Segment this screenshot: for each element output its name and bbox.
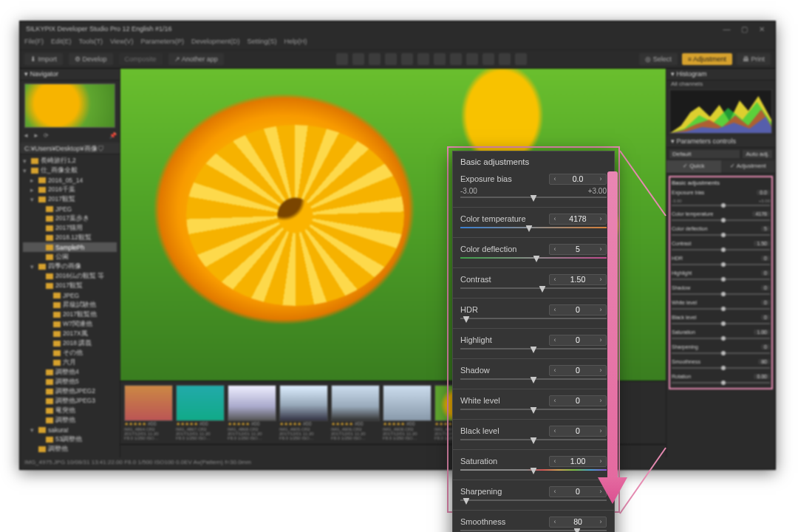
tree-item[interactable]: 2017観覧他 [23, 310, 117, 319]
tool-icon[interactable] [352, 53, 364, 65]
decrement-icon[interactable]: ‹ [550, 336, 560, 344]
param-slider[interactable] [460, 499, 607, 504]
mini-value[interactable]: 0 [761, 285, 770, 290]
tree-item[interactable]: 調整他 [23, 444, 117, 454]
tool-icon[interactable] [450, 53, 462, 65]
increment-icon[interactable]: › [596, 175, 606, 183]
value-stepper[interactable]: ‹ 5 › [549, 244, 607, 255]
menu-item[interactable]: Help(H) [284, 38, 307, 45]
value-stepper[interactable]: ‹ 0.0 › [549, 174, 607, 185]
mini-slider[interactable] [672, 234, 770, 236]
tree-item[interactable]: ▾仕_画像全般 [23, 166, 117, 175]
thumbnail[interactable]: ★★★★★ #00 IMG_4906.CR2 2017/12/01 11:20 … [331, 385, 380, 440]
folder-tree[interactable]: ▾長崎旅行1,2▾仕_画像全般▸2016_05_14▸2016千葉▾2017観覧… [20, 154, 120, 457]
param-slider[interactable] [460, 378, 607, 383]
tree-item[interactable]: ▸2016_05_14 [23, 175, 117, 185]
param-slider[interactable] [460, 409, 607, 413]
tree-item[interactable]: 2017X風 [23, 329, 117, 338]
param-value[interactable]: 4178 [560, 214, 596, 223]
another-app-button[interactable]: Another app [168, 53, 224, 65]
increment-icon[interactable]: › [596, 457, 606, 465]
param-slider[interactable] [460, 469, 607, 474]
tree-item[interactable]: SamplePh [23, 242, 117, 252]
param-value[interactable]: 1.50 [560, 275, 596, 284]
tree-item[interactable]: 昇級試験他 [23, 300, 117, 310]
tool-icon[interactable] [482, 53, 494, 65]
mini-value[interactable]: 4178 [752, 211, 770, 216]
mini-value[interactable]: 80 [758, 359, 770, 364]
param-value[interactable]: 0 [560, 305, 596, 314]
import-button[interactable]: Import [24, 53, 63, 65]
mini-value[interactable]: 0 [761, 300, 770, 305]
param-slider[interactable] [460, 227, 607, 231]
window-buttons[interactable]: — ▢ ✕ [723, 25, 769, 33]
tree-item[interactable]: 調整他5 [23, 377, 117, 386]
adjustment-mode-button[interactable]: ≡ Adjustment [682, 53, 732, 65]
mini-slider[interactable] [672, 382, 770, 383]
mini-value[interactable]: 1.00 [754, 330, 770, 335]
composite-button[interactable]: Composite [119, 53, 163, 65]
value-stepper[interactable]: ‹ 0 › [549, 304, 607, 316]
decrement-icon[interactable]: ‹ [550, 397, 560, 404]
value-stepper[interactable]: ‹ 0 › [549, 395, 607, 406]
thumbnail[interactable]: ★★★★★ #00 IMG_4905.CR2 2017/12/01 11:20 … [279, 385, 328, 440]
tree-item[interactable]: 53調整他 [23, 434, 117, 444]
tool-icon[interactable] [385, 53, 397, 65]
tool-icon[interactable] [401, 53, 413, 65]
tree-item[interactable]: 2017葉歩き [23, 214, 117, 223]
param-slider[interactable] [460, 348, 607, 352]
value-stepper[interactable]: ‹ 0 › [549, 365, 607, 376]
increment-icon[interactable]: › [596, 276, 606, 283]
thumbnail[interactable]: ★★★★★ #00 IMG_4868.CR2 2017/12/01 11:20 … [228, 385, 276, 440]
value-stepper[interactable]: ‹ 0 › [549, 486, 607, 497]
increment-icon[interactable]: › [596, 366, 606, 374]
tree-item[interactable]: JPEG [23, 290, 117, 300]
increment-icon[interactable]: › [596, 306, 606, 313]
param-value[interactable]: 0 [560, 426, 596, 435]
mini-value[interactable]: 0 [761, 344, 770, 349]
auto-adj-button[interactable]: Auto adj. [743, 150, 772, 158]
tree-item[interactable]: 2017観覧 [23, 281, 117, 290]
refresh-icon[interactable]: ⟳ [44, 132, 49, 141]
increment-icon[interactable]: › [596, 427, 606, 434]
mini-value[interactable]: 0.0 [757, 190, 770, 195]
tree-item[interactable]: 調整他 [23, 415, 117, 425]
tree-item[interactable]: 竜突他 [23, 406, 117, 415]
mini-slider[interactable] [672, 293, 770, 295]
tree-item[interactable]: JPEG [23, 204, 117, 214]
param-value[interactable]: 0 [560, 335, 596, 344]
navigator-thumbnail[interactable] [24, 83, 115, 128]
param-slider[interactable] [460, 287, 607, 292]
increment-icon[interactable]: › [596, 518, 606, 525]
develop-button[interactable]: Develop [69, 53, 113, 65]
increment-icon[interactable]: › [596, 245, 606, 253]
param-value[interactable]: 1.00 [560, 457, 596, 466]
mini-value[interactable]: 5 [761, 226, 770, 231]
mini-slider[interactable] [672, 279, 770, 280]
menu-item[interactable]: View(V) [110, 38, 133, 45]
tree-item[interactable]: ▾四季の画像 [23, 262, 117, 271]
menu-item[interactable]: Parameters(P) [140, 38, 184, 45]
tree-item[interactable]: 調整他JPEG2 [23, 386, 117, 396]
tool-icon[interactable] [466, 53, 478, 65]
thumbnail[interactable]: ★★★★★ #00 IMG_4867.CR2 2017/12/01 11:20 … [176, 385, 225, 440]
value-stepper[interactable]: ‹ 0 › [549, 426, 607, 437]
menu-item[interactable]: Edit(E) [51, 38, 72, 45]
mini-slider[interactable] [672, 338, 770, 339]
mini-slider[interactable] [672, 323, 770, 324]
mini-slider[interactable] [672, 352, 770, 354]
menu-item[interactable]: Development(D) [191, 38, 240, 45]
mini-slider[interactable] [672, 308, 770, 310]
param-value[interactable]: 5 [560, 245, 596, 253]
tree-item[interactable]: 六月 [23, 358, 117, 367]
forward-icon[interactable]: ► [33, 132, 39, 141]
menu-bar[interactable]: File(F)Edit(E)Tools(T)View(V)Parameters(… [20, 36, 775, 50]
increment-icon[interactable]: › [596, 397, 606, 404]
mini-slider[interactable] [672, 249, 770, 250]
mini-value[interactable]: 0 [761, 256, 770, 261]
param-value[interactable]: 80 [560, 517, 596, 526]
tree-item[interactable]: ▾2017観覧 [23, 194, 117, 204]
decrement-icon[interactable]: ‹ [550, 306, 560, 313]
tree-item[interactable]: その他 [23, 348, 117, 358]
decrement-icon[interactable]: ‹ [550, 175, 560, 183]
